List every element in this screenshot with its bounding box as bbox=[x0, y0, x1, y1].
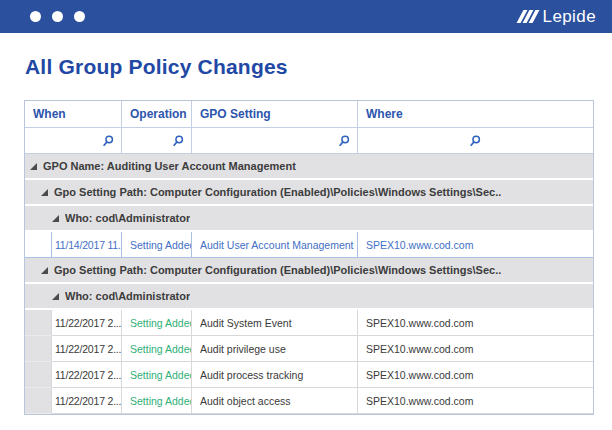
filter-cell-operation[interactable] bbox=[122, 128, 192, 154]
cell-gpo-setting: Audit System Event bbox=[192, 310, 358, 336]
cell-where: SPEX10.www.cod.com bbox=[358, 336, 593, 362]
search-icon bbox=[469, 134, 483, 148]
row-indent bbox=[25, 310, 52, 336]
cell-operation: Setting Added bbox=[122, 336, 192, 362]
group-row-gpo-setting-path[interactable]: Gpo Setting Path: Computer Configuration… bbox=[25, 180, 593, 206]
collapse-triangle-icon[interactable] bbox=[52, 293, 59, 300]
column-header-gpo-setting[interactable]: GPO Setting bbox=[192, 101, 358, 128]
cell-where: SPEX10.www.cod.com bbox=[358, 388, 593, 414]
window-dot-icon bbox=[52, 11, 63, 22]
row-indent bbox=[25, 232, 52, 258]
cell-when: 11/22/2017 2... bbox=[52, 388, 122, 414]
group-row-who[interactable]: Who: cod\Administrator bbox=[25, 206, 593, 232]
cell-gpo-setting: Audit object access bbox=[192, 388, 358, 414]
cell-when: 11/22/2017 2... bbox=[52, 310, 122, 336]
window-dot-icon bbox=[74, 11, 85, 22]
column-header-operation[interactable]: Operation bbox=[122, 101, 192, 128]
filter-cell-when[interactable] bbox=[25, 128, 122, 154]
collapse-triangle-icon[interactable] bbox=[30, 163, 37, 170]
table-header-row: When Operation GPO Setting Where bbox=[25, 101, 593, 128]
table-row[interactable]: 11/22/2017 2... Setting Added Audit proc… bbox=[25, 362, 593, 388]
cell-gpo-setting: Audit privilege use bbox=[192, 336, 358, 362]
row-indent bbox=[25, 362, 52, 388]
group-row-label: Who: cod\Administrator bbox=[65, 212, 190, 224]
cell-where: SPEX10.www.cod.com bbox=[358, 232, 593, 258]
table-row[interactable]: 11/22/2017 2... Setting Added Audit obje… bbox=[25, 388, 593, 414]
column-header-when[interactable]: When bbox=[25, 101, 122, 128]
window-dot-icon bbox=[30, 11, 41, 22]
cell-when: 11/22/2017 2... bbox=[52, 336, 122, 362]
collapse-triangle-icon[interactable] bbox=[52, 215, 59, 222]
cell-operation: Setting Added bbox=[122, 310, 192, 336]
cell-operation: Setting Added bbox=[122, 232, 192, 258]
group-policy-changes-table: When Operation GPO Setting Where GPO Nam… bbox=[24, 100, 594, 415]
filter-row bbox=[25, 128, 593, 154]
cell-gpo-setting: Audit process tracking bbox=[192, 362, 358, 388]
lepide-logo-icon bbox=[520, 10, 536, 23]
column-header-where[interactable]: Where bbox=[358, 101, 593, 128]
collapse-triangle-icon[interactable] bbox=[41, 267, 48, 274]
search-icon bbox=[172, 134, 186, 148]
top-bar: Lepide bbox=[0, 0, 612, 33]
window-dots bbox=[30, 11, 85, 22]
collapse-triangle-icon[interactable] bbox=[41, 189, 48, 196]
cell-where: SPEX10.www.cod.com bbox=[358, 362, 593, 388]
search-icon bbox=[338, 134, 352, 148]
filter-cell-gpo-setting[interactable] bbox=[192, 128, 358, 154]
group-row-who[interactable]: Who: cod\Administrator bbox=[25, 284, 593, 310]
cell-when: 11/14/2017 11... bbox=[52, 232, 122, 258]
cell-operation: Setting Added bbox=[122, 388, 192, 414]
cell-operation: Setting Added bbox=[122, 362, 192, 388]
lepide-logo: Lepide bbox=[520, 7, 596, 27]
page-title: All Group Policy Changes bbox=[25, 55, 288, 79]
group-row-gpo-setting-path[interactable]: Gpo Setting Path: Computer Configuration… bbox=[25, 258, 593, 284]
cell-where: SPEX10.www.cod.com bbox=[358, 310, 593, 336]
group-row-label: Gpo Setting Path: Computer Configuration… bbox=[54, 186, 501, 198]
table-row[interactable]: 11/22/2017 2... Setting Added Audit priv… bbox=[25, 336, 593, 362]
group-row-label: Who: cod\Administrator bbox=[65, 290, 190, 302]
group-row-gpo-name[interactable]: GPO Name: Auditing User Account Manageme… bbox=[25, 154, 593, 180]
group-row-label: Gpo Setting Path: Computer Configuration… bbox=[54, 264, 501, 276]
row-indent bbox=[25, 388, 52, 414]
search-icon bbox=[102, 134, 116, 148]
cell-when: 11/22/2017 2... bbox=[52, 362, 122, 388]
table-row[interactable]: 11/14/2017 11... Setting Added Audit Use… bbox=[25, 232, 593, 258]
cell-gpo-setting: Audit User Account Management bbox=[192, 232, 358, 258]
row-indent bbox=[25, 336, 52, 362]
lepide-logo-text: Lepide bbox=[543, 7, 596, 27]
group-row-label: GPO Name: Auditing User Account Manageme… bbox=[43, 160, 296, 172]
table-row[interactable]: 11/22/2017 2... Setting Added Audit Syst… bbox=[25, 310, 593, 336]
filter-cell-where[interactable] bbox=[358, 128, 593, 154]
